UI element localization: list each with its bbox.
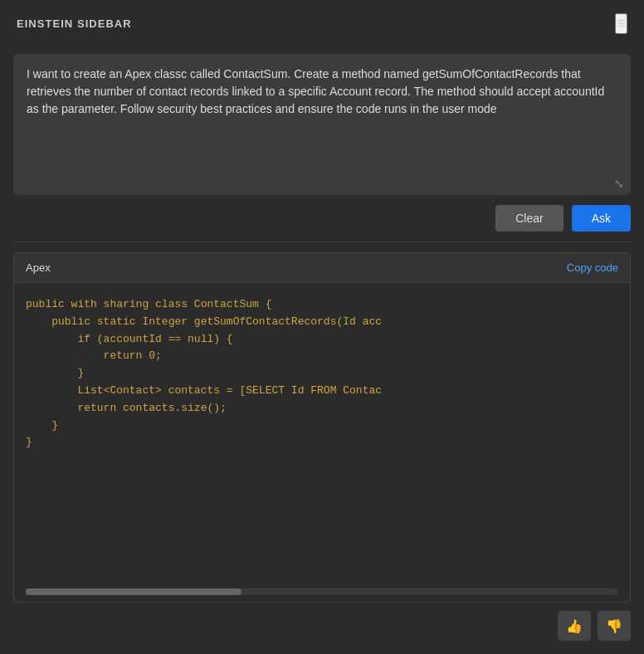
code-language-label: Apex — [26, 261, 51, 274]
thumbs-down-icon: 👎 — [606, 618, 622, 634]
clear-button[interactable]: Clear — [495, 205, 563, 232]
scrollbar-thumb — [26, 588, 242, 595]
thumbs-up-icon: 👍 — [566, 618, 583, 634]
code-content: public with sharing class ContactSum { p… — [14, 283, 630, 588]
ask-button[interactable]: Ask — [572, 205, 631, 232]
feedback-row: 👍 👎 — [0, 603, 644, 654]
code-section: Apex Copy code public with sharing class… — [13, 252, 631, 603]
sidebar-title: EINSTEIN SIDEBAR — [17, 17, 132, 30]
thumbs-up-button[interactable]: 👍 — [558, 611, 591, 641]
divider — [13, 242, 631, 242]
menu-icon[interactable]: ≡ — [615, 13, 627, 34]
code-pre: public with sharing class ContactSum { p… — [26, 296, 618, 451]
resize-handle-icon: ⤡ — [614, 177, 624, 190]
prompt-textarea[interactable]: I want to create an Apex classc called C… — [27, 66, 617, 182]
sidebar-container: EINSTEIN SIDEBAR ≡ I want to create an A… — [0, 0, 644, 654]
thumbs-down-button[interactable]: 👎 — [598, 611, 631, 641]
header: EINSTEIN SIDEBAR ≡ — [0, 0, 644, 47]
code-header: Apex Copy code — [14, 253, 630, 283]
copy-code-button[interactable]: Copy code — [567, 261, 618, 274]
horizontal-scrollbar[interactable] — [26, 588, 618, 595]
prompt-section: I want to create an Apex classc called C… — [13, 54, 631, 195]
button-row: Clear Ask — [0, 195, 644, 242]
